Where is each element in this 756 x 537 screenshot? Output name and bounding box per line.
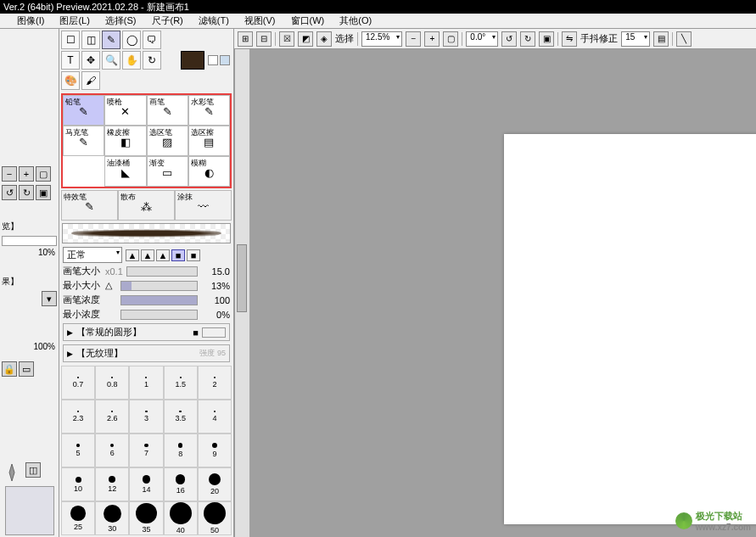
line-tool-icon[interactable]: ╲ [676,31,692,47]
tip-shape-1[interactable]: ▲ [126,249,139,261]
brush-马克笔[interactable]: 马克笔✎ [63,126,104,156]
zoom-in-button[interactable]: + [424,31,440,47]
tool-rotate[interactable]: ↻ [143,51,161,70]
size-0.8[interactable]: 0.8 [95,366,129,400]
angle-cw-button[interactable]: ↻ [520,31,535,47]
stabilizer-option-button[interactable]: ▤ [653,31,669,47]
history-redo-icon[interactable]: ⊟ [256,31,272,47]
show-select-icon[interactable]: ◈ [316,31,332,47]
canvas[interactable] [504,134,756,524]
density-slider[interactable] [120,295,198,305]
tool-shape[interactable]: ◯ [122,31,141,49]
size-1.5[interactable]: 1.5 [164,366,198,400]
size-2.6[interactable]: 2.6 [95,400,129,434]
fit-button[interactable]: ▢ [36,166,51,182]
brush-选区擦[interactable]: 选区擦▤ [188,126,230,156]
menu-layer[interactable]: 图层(L) [59,14,89,27]
tip-shape-5[interactable]: ■ [187,249,200,261]
flip-h-button[interactable]: ⇋ [562,31,577,47]
size-14[interactable]: 14 [129,467,163,501]
brush-涂抹[interactable]: 涂抹〰 [175,190,232,221]
mid-vertical-scrollbar[interactable] [234,49,249,537]
brush-散布[interactable]: 散布⁂ [118,190,175,221]
rotate-ccw-button[interactable]: ↺ [2,185,17,200]
shape-section[interactable]: ▶【常规的圆形】■ [63,323,230,341]
brush-渐变[interactable]: 渐变▭ [147,156,188,187]
lock-button[interactable]: 🔒 [2,361,17,377]
size-10[interactable]: 10 [61,467,95,501]
brush-画笔[interactable]: 画笔✎ [147,95,188,126]
menu-window[interactable]: 窗口(W) [291,14,325,27]
size-2[interactable]: 2 [198,366,232,400]
menu-other[interactable]: 其他(O) [339,14,372,27]
rotate-cw-button[interactable]: ↻ [19,185,34,200]
tool-brush[interactable]: 🖌 [81,71,100,90]
tool-hand[interactable]: ✋ [122,51,141,70]
menu-view[interactable]: 视图(V) [244,14,276,27]
zoom-fit-button[interactable]: ▢ [443,31,458,47]
effect-menu-button[interactable]: ▾ [42,291,57,306]
size-35[interactable]: 35 [129,501,163,535]
brush-喷枪[interactable]: 喷枪✕ [104,95,146,126]
tool-pen[interactable]: ✎ [102,31,120,49]
angle-select[interactable]: 0.0° [466,31,498,47]
menu-select[interactable]: 选择(S) [105,14,137,27]
tip-shape-2[interactable]: ▲ [141,249,154,261]
size-0.7[interactable]: 0.7 [61,366,95,400]
size-25[interactable]: 25 [61,501,95,535]
tool-balloon[interactable]: 🗨 [143,31,161,49]
size-7[interactable]: 7 [129,434,163,467]
tool-rectangle-select[interactable]: ☐ [61,31,80,49]
zoom-out-button[interactable]: − [406,31,421,47]
navigator-thumbnail[interactable] [5,486,54,535]
canvas-viewport[interactable] [249,49,756,537]
tip-shape-4[interactable]: ■ [171,249,185,261]
brush-橡皮擦[interactable]: 橡皮擦◧ [104,126,146,156]
size-2.3[interactable]: 2.3 [61,400,95,434]
size-3[interactable]: 3 [129,400,163,434]
brush-选区笔[interactable]: 选区笔▨ [147,126,188,156]
swatch-white[interactable] [208,55,218,65]
size-20[interactable]: 20 [198,467,232,501]
size-9[interactable]: 9 [198,434,232,467]
size-40[interactable]: 40 [164,501,198,535]
min-density-slider[interactable] [120,310,198,320]
brush-特效笔[interactable]: 特效笔✎ [61,190,118,221]
blend-mode-select[interactable]: 正常 [63,247,122,263]
reset-button[interactable]: ▣ [36,185,51,200]
invert-select-icon[interactable]: ◩ [298,31,313,47]
tool-eyedropper[interactable]: 🎨 [61,71,80,90]
min-size-slider[interactable] [120,281,198,291]
brush-size-slider[interactable] [126,266,198,277]
layer-mask-button[interactable]: ◫ [25,462,41,478]
size-5[interactable]: 5 [61,434,95,467]
stabilizer-value[interactable]: 15 [621,31,650,47]
tool-zoom[interactable]: 🔍 [102,51,120,70]
tip-shape-3[interactable]: ▲ [156,249,170,261]
size-30[interactable]: 30 [95,501,129,535]
menu-ruler[interactable]: 尺子(R) [152,14,183,27]
size-6[interactable]: 6 [95,434,129,467]
size-12[interactable]: 12 [95,467,129,501]
minus-button[interactable]: − [2,166,17,182]
size-1[interactable]: 1 [129,366,163,400]
brush-油漆桶[interactable]: 油漆桶◣ [104,156,146,187]
size-16[interactable]: 16 [164,467,198,501]
menu-image[interactable]: 图像(I) [17,14,44,27]
swatch-blue[interactable] [220,55,230,65]
tool-text[interactable]: T [61,51,80,70]
tool-lasso[interactable]: ◫ [81,31,100,49]
tool-move[interactable]: ✥ [81,51,100,70]
clip-button[interactable]: ▭ [19,361,34,377]
foreground-color[interactable] [181,51,204,70]
brush-水彩笔[interactable]: 水彩笔✎ [188,95,230,126]
zoom-select[interactable]: 12.5% [361,31,402,47]
angle-reset-button[interactable]: ▣ [539,31,554,47]
angle-ccw-button[interactable]: ↺ [501,31,517,47]
texture-section[interactable]: ▶【无纹理】强度 95 [63,344,230,362]
plus-button[interactable]: + [19,166,34,182]
menu-filter[interactable]: 滤镜(T) [199,14,229,27]
deselect-icon[interactable]: ☒ [279,31,294,47]
brush-铅笔[interactable]: 铅笔✎ [63,95,104,126]
size-50[interactable]: 50 [198,501,232,535]
